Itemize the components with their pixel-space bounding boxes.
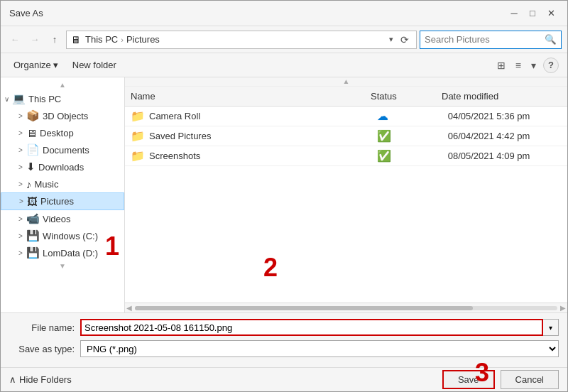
file-list-container: ▲ Name Status Date modified 📁 Camera Rol…: [125, 77, 567, 312]
downloads-icon: ⬇: [26, 160, 36, 173]
new-folder-button[interactable]: New folder: [68, 58, 121, 72]
status-bar: ∧ Hide Folders Save Cancel 3: [1, 367, 567, 391]
search-bar[interactable]: 🔍: [420, 31, 562, 49]
filename-input[interactable]: [80, 319, 543, 336]
navigation-bar: ← → ↑ 🖥 This PC › Pictures ▾ ⟳ 🔍: [1, 26, 567, 53]
sidebar-label-pictures: Pictures: [40, 196, 74, 207]
horizontal-scrollbar[interactable]: ◀ ▶: [125, 303, 567, 312]
file-list: 📁 Camera Roll ☁ 04/05/2021 5:36 pm 📁 Sav…: [125, 107, 567, 303]
toolbar: Organize ▾ New folder ⊞ ≡ ▾ ?: [1, 53, 567, 77]
file-row-saved-pictures[interactable]: 📁 Saved Pictures ✅ 06/04/2021 4:42 pm: [125, 126, 567, 146]
expand-icon-videos: >: [15, 215, 26, 223]
sidebar-item-3d-objects[interactable]: > 📦 3D Objects: [1, 107, 124, 124]
view-list-button[interactable]: ≡: [513, 58, 524, 72]
expand-icon-3d: >: [15, 112, 26, 120]
address-refresh-button[interactable]: ⟳: [398, 34, 412, 45]
bottom-form: File name: ▾ Save as type: PNG (*.png): [1, 312, 567, 367]
cloud-icon: ☁: [377, 110, 388, 122]
expand-icon-downloads: >: [15, 163, 26, 171]
saved-pictures-date: 06/04/2021 4:42 pm: [448, 131, 562, 141]
filename-dropdown-button[interactable]: ▾: [543, 319, 559, 336]
filetype-select[interactable]: PNG (*.png): [80, 340, 559, 357]
screenshots-icon: 📁: [131, 149, 145, 163]
hide-folders-button[interactable]: ∧ Hide Folders: [9, 374, 72, 385]
sidebar-label-videos: Videos: [43, 214, 71, 224]
search-button[interactable]: 🔍: [545, 34, 557, 45]
title-bar: Save As ─ □ ✕: [1, 1, 567, 26]
sidebar-item-this-pc[interactable]: ∨ 💻 This PC: [1, 90, 124, 107]
column-status[interactable]: Status: [371, 91, 442, 102]
toolbar-right: ⊞ ≡ ▾ ?: [494, 58, 559, 73]
scrollbar-track: [135, 306, 557, 310]
filename-input-wrapper: ▾: [80, 319, 559, 336]
expand-icon-documents: >: [15, 146, 26, 154]
cancel-button[interactable]: Cancel: [501, 370, 559, 389]
organize-label: Organize: [13, 60, 51, 70]
camera-roll-date: 04/05/2021 5:36 pm: [448, 111, 562, 121]
sidebar-label-3d-objects: 3D Objects: [43, 111, 88, 121]
dialog-title: Save As: [9, 8, 43, 18]
address-dropdown-button[interactable]: ▾: [388, 35, 395, 44]
camera-roll-status: ☁: [377, 109, 448, 123]
sidebar-item-pictures[interactable]: > 🖼 Pictures: [1, 192, 124, 210]
check-icon-saved: ✅: [377, 130, 391, 142]
search-input[interactable]: [425, 34, 545, 45]
scroll-up-indicator: ▲: [1, 80, 124, 90]
sidebar-item-lomdata-d[interactable]: > 💾 LomData (D:): [1, 244, 124, 261]
expand-icon-lomdata-d: >: [15, 249, 26, 257]
scrollbar-thumb: [135, 306, 473, 310]
column-date[interactable]: Date modified: [442, 91, 562, 102]
filetype-select-wrapper: PNG (*.png): [80, 340, 559, 357]
close-button[interactable]: ✕: [543, 6, 559, 21]
expand-icon-desktop: >: [15, 129, 26, 137]
scroll-right-icon: ▶: [560, 304, 566, 312]
dialog-actions: Save Cancel: [442, 370, 559, 389]
screenshots-name: Screenshots: [149, 151, 377, 161]
sidebar-item-documents[interactable]: > 📄 Documents: [1, 141, 124, 158]
sidebar-label-windows-c: Windows (C:): [43, 231, 98, 241]
camera-roll-name: Camera Roll: [149, 111, 377, 121]
sidebar-item-windows-c[interactable]: > 💾 Windows (C:): [1, 227, 124, 244]
path-separator-1: ›: [121, 36, 124, 44]
window-controls: ─ □ ✕: [506, 6, 559, 21]
saved-pictures-status: ✅: [377, 129, 448, 143]
organize-button[interactable]: Organize ▾: [9, 58, 62, 72]
organize-chevron-icon: ▾: [53, 60, 58, 70]
save-as-dialog: Save As ─ □ ✕ ← → ↑ 🖥 This PC › Pictures…: [0, 0, 568, 392]
lomdata-d-icon: 💾: [26, 246, 40, 259]
filetype-row: Save as type: PNG (*.png): [9, 340, 559, 357]
sidebar-label-documents: Documents: [43, 145, 89, 156]
camera-roll-icon: 📁: [131, 109, 145, 123]
videos-icon: 📹: [26, 212, 40, 225]
filename-row: File name: ▾: [9, 319, 559, 336]
address-bar[interactable]: 🖥 This PC › Pictures ▾ ⟳: [66, 31, 417, 49]
view-button[interactable]: ⊞: [494, 58, 508, 72]
music-icon: ♪: [26, 178, 32, 190]
minimize-button[interactable]: ─: [506, 6, 522, 21]
sidebar: ▲ ∨ 💻 This PC > 📦 3D Objects > 🖥 Desktop: [1, 77, 125, 312]
back-button[interactable]: ←: [6, 31, 23, 48]
view-dropdown-button[interactable]: ▾: [528, 58, 539, 72]
sidebar-item-videos[interactable]: > 📹 Videos: [1, 210, 124, 227]
sidebar-item-downloads[interactable]: > ⬇ Downloads: [1, 158, 124, 175]
sidebar-label-desktop: Desktop: [40, 128, 74, 138]
expand-icon-windows-c: >: [15, 232, 26, 240]
forward-button[interactable]: →: [26, 31, 43, 48]
sidebar-item-desktop[interactable]: > 🖥 Desktop: [1, 124, 124, 141]
save-button[interactable]: Save: [442, 370, 495, 389]
windows-c-icon: 💾: [26, 229, 40, 242]
maximize-button[interactable]: □: [525, 6, 540, 21]
column-name[interactable]: Name: [131, 91, 371, 102]
main-content: ▲ ∨ 💻 This PC > 📦 3D Objects > 🖥 Desktop: [1, 77, 567, 312]
hide-folders-label: Hide Folders: [19, 374, 72, 385]
file-row-screenshots[interactable]: 📁 Screenshots ✅ 08/05/2021 4:09 pm: [125, 146, 567, 166]
sidebar-item-music[interactable]: > ♪ Music: [1, 175, 124, 192]
file-scroll-up: ▲: [125, 77, 567, 87]
help-button[interactable]: ?: [543, 58, 559, 73]
up-button[interactable]: ↑: [46, 31, 63, 48]
saved-pictures-icon: 📁: [131, 129, 145, 143]
this-pc-icon: 💻: [12, 92, 26, 105]
file-row-camera-roll[interactable]: 📁 Camera Roll ☁ 04/05/2021 5:36 pm: [125, 107, 567, 126]
new-folder-label: New folder: [72, 60, 116, 70]
desktop-icon: 🖥: [26, 127, 37, 139]
